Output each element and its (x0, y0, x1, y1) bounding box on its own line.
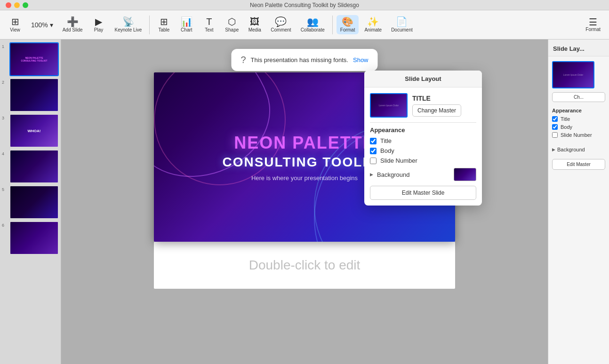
far-body-label[interactable]: Body (561, 124, 572, 130)
maximize-button[interactable] (23, 2, 28, 8)
media-label: Media (248, 27, 261, 32)
slide-thumb-inner-1: NEON PALETTECONSULTING TOOLKIT (10, 43, 58, 75)
animate-label: Animate (364, 27, 382, 32)
slide-thumb-container-1: 1 NEON PALETTECONSULTING TOOLKIT (2, 42, 59, 76)
slide-subtitle[interactable]: CONSULTING TOOLKIT (222, 155, 386, 170)
shape-label: Shape (225, 27, 239, 32)
toolbar: ⊞ View 100% ▾ 100% ➕ Add Slide ▶ Play 📡 … (0, 10, 609, 40)
slide-thumb-2[interactable] (9, 78, 59, 112)
far-slidenum-checkbox[interactable] (552, 132, 558, 138)
slide-num-2: 2 (2, 78, 8, 85)
view-tool[interactable]: ⊞ View (5, 15, 25, 34)
overlay-content: Lorem Ipsum Dolor TITLE Change Master Ap… (364, 87, 482, 206)
comment-tool[interactable]: 💬 Comment (267, 15, 295, 34)
table-icon: ⊞ (160, 17, 168, 26)
slide-num-6: 6 (2, 221, 8, 228)
play-tool[interactable]: ▶ Play (88, 15, 109, 34)
comment-icon: 💬 (275, 17, 287, 26)
far-background-triangle-icon: ▶ (552, 147, 555, 152)
collaborate-label: Collaborate (301, 27, 325, 32)
minimize-button[interactable] (14, 2, 20, 8)
far-appearance-label: Appearance (552, 108, 605, 113)
slide-num-1: 1 (2, 42, 8, 49)
content-area: ? This presentation has missing fonts. S… (61, 40, 548, 364)
toast-show-button[interactable]: Show (353, 56, 369, 63)
slide-layout-overlay: Slide Layout Lorem Ipsum Dolor TITLE Cha… (364, 71, 482, 206)
document-tool[interactable]: 📄 Document (387, 15, 417, 34)
far-change-master-button[interactable]: Ch... (552, 92, 605, 102)
far-body-checkbox[interactable] (552, 124, 558, 130)
table-tool[interactable]: ⊞ Table (153, 15, 174, 34)
toast-icon: ? (240, 55, 246, 65)
change-master-button[interactable]: Change Master (412, 104, 461, 117)
slide-panel: 1 NEON PALETTECONSULTING TOOLKIT 2 3 WHO… (0, 40, 61, 364)
media-tool[interactable]: 🖼 Media (244, 15, 265, 34)
far-background-section[interactable]: ▶ Background (552, 147, 605, 152)
far-title-checkbox-row: Title (552, 116, 605, 122)
slide-thumb-container-2: 2 (2, 78, 59, 112)
slide-thumb-container-5: 5 (2, 185, 59, 219)
appearance-label: Appearance (370, 127, 476, 134)
slide-thumb-inner-4 (10, 150, 58, 182)
far-title-label[interactable]: Title (561, 116, 570, 122)
slide-thumb-3[interactable]: WHOA! (9, 114, 59, 148)
body-checkbox[interactable] (370, 148, 377, 154)
slide-num-4: 4 (2, 150, 8, 156)
title-checkbox-label[interactable]: Title (380, 137, 392, 144)
overlay-layout-thumb[interactable]: Lorem Ipsum Dolor (370, 93, 408, 118)
far-edit-master-button[interactable]: Edit Master (552, 159, 605, 170)
below-slide-area[interactable]: Double-click to edit (154, 242, 455, 289)
window-title: Neon Palette Consulting Toolkit by Slide… (250, 2, 359, 8)
slide-title[interactable]: NEON PALETTE (234, 133, 375, 153)
close-button[interactable] (6, 2, 11, 8)
shape-tool[interactable]: ⬡ Shape (221, 15, 242, 34)
title-checkbox[interactable] (370, 138, 377, 144)
slide-thumb-5[interactable] (9, 185, 59, 219)
shape-icon: ⬡ (228, 17, 236, 26)
media-icon: 🖼 (250, 17, 259, 26)
background-row[interactable]: ▶ Background (370, 168, 476, 181)
collaborate-tool[interactable]: 👥 Collaborate (297, 15, 329, 34)
slide-number-checkbox-label[interactable]: Slide Number (380, 157, 417, 164)
edit-master-slide-button[interactable]: Edit Master Slide (370, 186, 476, 200)
table-label: Table (158, 27, 169, 32)
chart-tool[interactable]: 📊 Chart (176, 15, 197, 34)
far-title-checkbox[interactable] (552, 116, 558, 122)
slide-number-checkbox[interactable] (370, 158, 377, 164)
play-icon: ▶ (95, 17, 102, 26)
background-label: Background (377, 171, 450, 178)
add-slide-tool[interactable]: ➕ Add Slide (59, 15, 87, 34)
far-slidenum-label[interactable]: Slide Number (561, 132, 592, 138)
far-panel-content: Lorem Ipsum Dolor Ch... Appearance Title… (548, 56, 609, 174)
overlay-layout-title: TITLE (412, 95, 461, 102)
keynote-live-tool[interactable]: 📡 Keynote Live (111, 15, 146, 34)
text-tool[interactable]: T Text (199, 15, 219, 34)
slide-thumb-inner-5 (10, 186, 58, 218)
animate-tool[interactable]: ✨ Animate (361, 15, 385, 34)
body-checkbox-label[interactable]: Body (380, 147, 394, 154)
collaborate-icon: 👥 (307, 17, 319, 26)
slide-body[interactable]: Here is where your presentation begins (251, 174, 358, 182)
slide-thumb-container-4: 4 (2, 150, 59, 183)
far-appearance-section: Appearance Title Body Slide Number (552, 108, 605, 140)
overlay-divider (370, 122, 476, 123)
divider-2 (332, 16, 333, 34)
add-slide-label: Add Slide (63, 27, 83, 32)
main-layout: 1 NEON PALETTECONSULTING TOOLKIT 2 3 WHO… (0, 40, 609, 364)
far-layout-thumb[interactable]: Lorem Ipsum Dolor (552, 61, 594, 88)
zoom-tool[interactable]: 100% ▾ 100% (27, 20, 57, 30)
format-right-tool[interactable]: ☰ Format (582, 16, 604, 34)
background-triangle-icon: ▶ (370, 172, 373, 177)
slide-thumb-4[interactable] (9, 150, 59, 183)
document-label: Document (391, 27, 413, 32)
slide-thumb-1[interactable]: NEON PALETTECONSULTING TOOLKIT (9, 42, 59, 76)
slide-thumb-6[interactable] (9, 221, 59, 255)
title-bar: Neon Palette Consulting Toolkit by Slide… (0, 0, 609, 10)
format-tool[interactable]: 🎨 Format (337, 15, 359, 34)
background-swatch[interactable] (454, 168, 476, 181)
animate-icon: ✨ (367, 17, 379, 26)
view-label: View (10, 27, 20, 32)
toast-message: This presentation has missing fonts. (251, 56, 348, 63)
far-slidenum-checkbox-row: Slide Number (552, 132, 605, 138)
view-icon: ⊞ (11, 17, 19, 26)
